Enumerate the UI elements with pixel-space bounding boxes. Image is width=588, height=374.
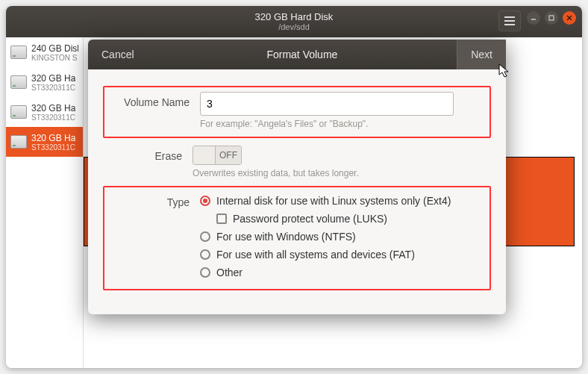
type-option-other[interactable]: Other — [200, 264, 484, 281]
sidebar-item-sublabel: KINGSTON S — [31, 54, 78, 62]
type-section: Type Internal disk for use with Linux sy… — [103, 186, 491, 290]
type-option-label: For use with all systems and devices (FA… — [216, 249, 415, 261]
volume-name-label: Volume Name — [110, 92, 200, 108]
erase-toggle[interactable]: OFF — [193, 146, 242, 165]
radio-icon — [200, 249, 210, 260]
window-subtitle: /dev/sdd — [255, 22, 334, 32]
volume-name-hint: For example: "Angela's Files" or "Backup… — [200, 119, 484, 129]
sidebar-item[interactable]: 240 GB Disk KINGSTON S — [6, 37, 83, 67]
sidebar-item-label: 240 GB Disk — [31, 43, 78, 54]
radio-icon — [200, 196, 210, 206]
sidebar-item-label: 320 GB Ha — [31, 103, 75, 113]
sidebar-item[interactable]: 320 GB Ha ST3320311C — [6, 67, 83, 97]
type-option-label: Other — [216, 267, 243, 278]
maximize-button[interactable] — [545, 11, 558, 25]
sidebar-item-sublabel: ST3320311C — [31, 143, 75, 152]
app-menu-button[interactable] — [498, 10, 521, 31]
erase-toggle-state: OFF — [216, 146, 241, 164]
erase-label: Erase — [103, 146, 193, 162]
sidebar-item-sublabel: ST3320311C — [31, 84, 75, 92]
sidebar-item-label: 320 GB Ha — [31, 133, 75, 143]
type-option-label: For use with Windows (NTFS) — [216, 231, 356, 243]
checkbox-icon — [216, 214, 227, 224]
disk-icon — [10, 105, 27, 119]
type-option-ext4[interactable]: Internal disk for use with Linux systems… — [200, 192, 484, 210]
sidebar-item-sublabel: ST3320311C — [31, 113, 75, 122]
disk-icon — [10, 135, 27, 149]
minimize-button[interactable] — [527, 11, 540, 25]
type-option-label: Password protect volume (LUKS) — [233, 213, 387, 225]
dialog-title: Format Volume — [148, 49, 457, 60]
device-sidebar: 240 GB Disk KINGSTON S 320 GB Ha ST33203… — [6, 37, 84, 368]
cancel-button[interactable]: Cancel — [88, 40, 148, 69]
radio-icon — [200, 267, 210, 278]
type-label: Type — [110, 192, 200, 208]
volume-name-section: Volume Name For example: "Angela's Files… — [103, 86, 491, 138]
format-volume-dialog: Cancel Format Volume Next Volume Name Fo… — [88, 40, 506, 314]
svg-rect-0 — [549, 16, 554, 20]
radio-icon — [200, 231, 210, 242]
type-option-luks[interactable]: Password protect volume (LUKS) — [216, 210, 484, 228]
type-option-label: Internal disk for use with Linux systems… — [216, 195, 451, 207]
close-button[interactable] — [563, 11, 576, 25]
disk-icon — [10, 75, 27, 89]
titlebar: 320 GB Hard Disk /dev/sdd — [6, 6, 582, 37]
type-option-fat[interactable]: For use with all systems and devices (FA… — [200, 246, 484, 264]
dialog-header: Cancel Format Volume Next — [88, 40, 506, 69]
sidebar-item-label: 320 GB Ha — [31, 73, 75, 84]
erase-hint: Overwrites existing data, but takes long… — [193, 168, 491, 178]
sidebar-item[interactable]: 320 GB Ha ST3320311C — [6, 127, 83, 157]
volume-name-input[interactable] — [200, 92, 454, 116]
next-button[interactable]: Next — [457, 40, 506, 69]
type-option-ntfs[interactable]: For use with Windows (NTFS) — [200, 228, 484, 246]
window-title: 320 GB Hard Disk — [255, 11, 334, 23]
disk-icon — [10, 46, 27, 59]
sidebar-item[interactable]: 320 GB Ha ST3320311C — [6, 97, 83, 127]
